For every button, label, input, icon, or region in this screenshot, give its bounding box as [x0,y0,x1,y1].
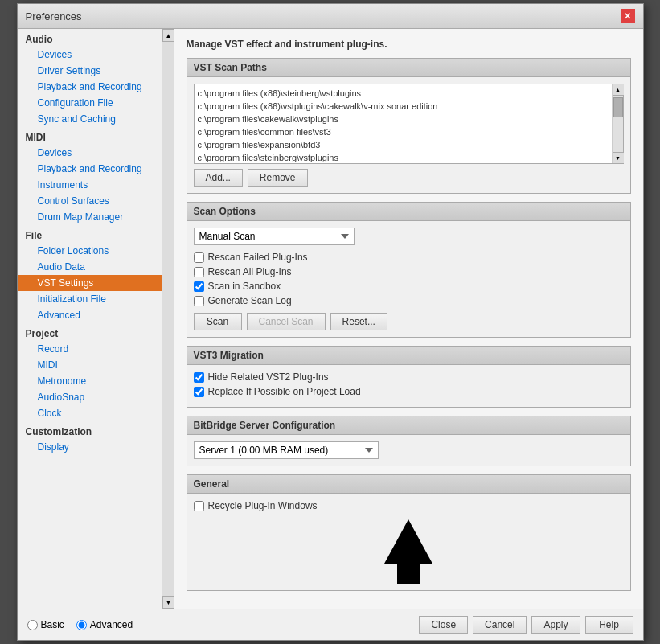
generate-scan-log-checkbox[interactable] [194,296,204,306]
scan-buttons: Scan Cancel Scan Reset... [194,313,624,330]
recycle-plugins-row: Recycle Plug-In Windows [194,500,624,511]
main-content: Manage VST effect and instrument plug-in… [174,29,643,609]
replace-if-possible-checkbox[interactable] [194,387,204,397]
section-header-midi: MIDI [18,127,162,145]
scan-button[interactable]: Scan [194,313,242,330]
section-header-customization: Customization [18,421,162,439]
sidebar-item-midi-project[interactable]: MIDI [18,357,162,373]
sidebar-item-folder-locations[interactable]: Folder Locations [18,243,162,259]
advanced-radio[interactable] [76,620,87,630]
replace-if-possible-row: Replace If Possible on Project Load [194,386,624,397]
basic-label: Basic [41,619,64,630]
bottom-bar: Basic Advanced Close Cancel Apply Help [18,609,643,640]
scan-sandbox-checkbox[interactable] [194,281,204,292]
scrollbar-down-btn[interactable]: ▼ [613,152,624,163]
sidebar-item-midi-playback[interactable]: Playback and Recording [18,161,162,177]
advanced-radio-label[interactable]: Advanced [76,619,133,630]
vst-path-0: c:\program files (x86)\steinberg\vstplug… [198,87,609,100]
dialog-help-button[interactable]: Help [585,616,633,634]
general-title: General [187,475,630,494]
sidebar-scrollbar: ▲ ▼ [162,29,174,609]
vst-path-4: c:\program files\expansion\bfd3 [198,138,609,151]
remove-path-button[interactable]: Remove [248,169,308,187]
scrollbar-up-btn[interactable]: ▲ [613,84,624,96]
general-panel: General Recycle Plug-In Windows [187,474,631,591]
sidebar-item-driver-settings[interactable]: Driver Settings [18,63,162,79]
basic-radio[interactable] [27,620,38,630]
vst-paths-buttons: Add... Remove [194,169,624,187]
title-bar: Preferences ✕ [18,4,643,29]
hide-vst2-checkbox[interactable] [194,372,204,383]
scan-options-panel: Scan Options Manual Scan Automatic Scan … [187,202,631,338]
vst3-migration-title: VST3 Migration [187,347,630,365]
arrow-annotation [194,519,624,584]
vst-paths-container: c:\program files (x86)\steinberg\vstplug… [194,84,624,164]
sidebar-item-advanced[interactable]: Advanced [18,307,162,323]
sidebar-item-control-surfaces[interactable]: Control Surfaces [18,193,162,209]
rescan-all-label: Rescan All Plug-Ins [208,266,292,277]
sidebar-item-display[interactable]: Display [18,439,162,455]
close-button[interactable]: ✕ [621,9,635,23]
rescan-all-checkbox[interactable] [194,267,204,277]
sidebar-item-midi-devices[interactable]: Devices [18,145,162,161]
basic-radio-label[interactable]: Basic [27,619,64,630]
sidebar-item-audio-data[interactable]: Audio Data [18,259,162,275]
cancel-scan-button[interactable]: Cancel Scan [247,313,326,330]
bitbridge-body: Server 1 (0.00 MB RAM used) [187,435,630,466]
section-header-audio: Audio [18,29,162,47]
vst-paths-text: c:\program files (x86)\steinberg\vstplug… [195,84,612,163]
add-path-button[interactable]: Add... [194,169,243,187]
sidebar-item-audio-playback[interactable]: Playback and Recording [18,79,162,95]
sidebar-item-audiosnap[interactable]: AudioSnap [18,389,162,405]
scan-sandbox-label: Scan in Sandbox [208,281,281,292]
sidebar-item-record[interactable]: Record [18,341,162,357]
replace-if-possible-label: Replace If Possible on Project Load [208,386,361,397]
hide-vst2-row: Hide Related VST2 Plug-Ins [194,371,624,383]
sidebar-item-initialization-file[interactable]: Initialization File [18,291,162,307]
rescan-failed-checkbox[interactable] [194,252,204,263]
sidebar-item-vst-settings[interactable]: VST Settings [18,275,162,291]
section-header-project: Project [18,323,162,341]
general-body: Recycle Plug-In Windows [187,494,630,590]
main-description: Manage VST effect and instrument plug-in… [187,39,631,50]
generate-scan-log-label: Generate Scan Log [208,295,292,306]
scrollbar-track [613,96,623,152]
hide-vst2-label: Hide Related VST2 Plug-Ins [208,371,329,383]
arrow-head [384,519,432,564]
server-dropdown[interactable]: Server 1 (0.00 MB RAM used) [194,441,379,459]
sidebar-item-instruments[interactable]: Instruments [18,177,162,193]
vst-path-3: c:\program files\common files\vst3 [198,125,609,138]
rescan-failed-row: Rescan Failed Plug-Ins [194,252,624,263]
sidebar-item-clock[interactable]: Clock [18,405,162,421]
rescan-all-row: Rescan All Plug-Ins [194,266,624,277]
scan-options-title: Scan Options [187,203,630,221]
dialog-apply-button[interactable]: Apply [531,616,580,634]
vst-path-2: c:\program files\cakewalk\vstplugins [198,113,609,125]
vst-scan-paths-title: VST Scan Paths [187,59,630,77]
scrollbar-thumb[interactable] [613,97,623,117]
scan-sandbox-row: Scan in Sandbox [194,281,624,292]
dialog-cancel-button[interactable]: Cancel [473,616,527,634]
scan-mode-dropdown[interactable]: Manual Scan Automatic Scan [194,228,355,245]
scroll-up-arrow[interactable]: ▲ [162,29,175,42]
sidebar-item-audio-devices[interactable]: Devices [18,47,162,63]
bitbridge-title: BitBridge Server Configuration [187,416,630,435]
sidebar-item-metronome[interactable]: Metronome [18,373,162,389]
view-mode-group: Basic Advanced [27,619,133,630]
vst-path-1: c:\program files (x86)\vstplugins\cakewa… [198,100,609,113]
sidebar-item-drum-map[interactable]: Drum Map Manager [18,209,162,225]
sidebar-item-sync-caching[interactable]: Sync and Caching [18,111,162,127]
arrow-stem [397,564,420,584]
recycle-plugins-checkbox[interactable] [194,501,204,511]
advanced-label: Advanced [90,619,133,630]
vst3-migration-body: Hide Related VST2 Plug-Ins Replace If Po… [187,365,630,407]
bitbridge-panel: BitBridge Server Configuration Server 1 … [187,416,631,466]
dialog-close-button[interactable]: Close [419,616,468,634]
vst-paths-scrollbar: ▲ ▼ [612,84,623,163]
reset-button[interactable]: Reset... [330,313,387,330]
vst3-migration-panel: VST3 Migration Hide Related VST2 Plug-In… [187,346,631,408]
rescan-failed-label: Rescan Failed Plug-Ins [208,252,308,263]
scroll-down-arrow[interactable]: ▼ [162,596,175,609]
sidebar: Audio Devices Driver Settings Playback a… [18,29,174,609]
sidebar-item-config-file[interactable]: Configuration File [18,95,162,111]
